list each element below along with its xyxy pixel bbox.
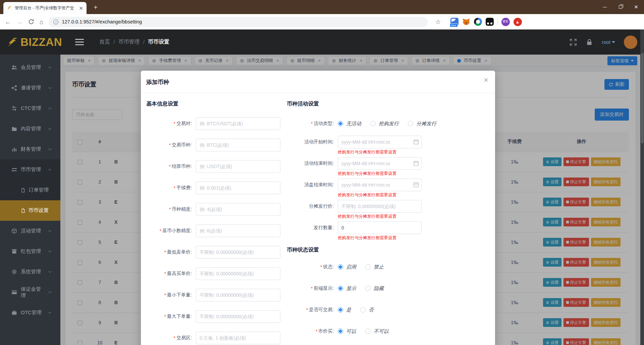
- radio-option[interactable]: 否: [360, 307, 374, 313]
- chevron-down-icon: [612, 41, 615, 43]
- screen: 管理后台 - 币严|全球数字资产交 ✕ + ✕ ← → ⌂ i 127.0.0.…: [0, 0, 644, 345]
- radio-icon: [338, 329, 343, 334]
- text-input[interactable]: [196, 160, 280, 173]
- text-input[interactable]: [196, 246, 280, 259]
- sidebar-item[interactable]: 红包管理: [0, 241, 60, 262]
- text-input[interactable]: [196, 332, 280, 344]
- required-marker: *: [169, 207, 171, 212]
- field-hint: 抢购发行与分摊发行都需要设置: [338, 171, 493, 177]
- field-label: *最低卖单价:: [141, 249, 192, 255]
- sidebar-item[interactable]: CTC管理: [0, 98, 60, 119]
- text-input[interactable]: [196, 139, 280, 151]
- field-label: *币种精度:: [141, 206, 192, 212]
- sidebar-item[interactable]: 保证金管理: [0, 282, 60, 302]
- field-label-text: 最低卖单价:: [167, 249, 192, 255]
- radio-option[interactable]: 可以: [338, 328, 356, 335]
- forward-icon[interactable]: →: [16, 19, 23, 25]
- radio-group: 可以 不可以: [338, 328, 398, 335]
- date-input[interactable]: [338, 179, 422, 191]
- browser-addressbar: ← → ⌂ i 127.0.0.1:9527/#/exchange/bbsett…: [0, 14, 644, 29]
- text-input[interactable]: [196, 224, 280, 237]
- sliders-icon: [11, 167, 17, 172]
- extension-black-icon[interactable]: [486, 18, 494, 26]
- sidebar-item[interactable]: 币币管理: [0, 159, 60, 180]
- radio-option[interactable]: 无活动: [338, 121, 361, 127]
- calendar-icon[interactable]: [413, 139, 419, 145]
- close-window-button[interactable]: ✕: [628, 0, 644, 14]
- back-icon[interactable]: ←: [5, 19, 11, 25]
- user-menu[interactable]: root: [602, 39, 615, 45]
- calendar-icon[interactable]: [413, 160, 419, 166]
- date-input[interactable]: [338, 136, 422, 148]
- sidebar-item[interactable]: 系统管理: [0, 262, 60, 282]
- breadcrumb-item[interactable]: 币币设置: [148, 39, 169, 46]
- date-field-row: 活动开始时间: 抢购发行与分摊发行都需要设置: [287, 134, 493, 156]
- form-field-row: *最高买单价:: [141, 263, 283, 284]
- chevron-icon: [48, 310, 52, 314]
- sidebar-subitem[interactable]: 订单管理: [0, 180, 60, 200]
- radio-option[interactable]: 是: [338, 307, 351, 313]
- text-input[interactable]: [196, 203, 280, 216]
- issue-price-input[interactable]: [338, 200, 422, 213]
- field-label: *最小下单量:: [141, 292, 192, 298]
- profile-avatar[interactable]: 贤军: [501, 18, 510, 26]
- sidebar-item[interactable]: 内容管理: [0, 119, 60, 139]
- field-label-text: 交易币种:: [172, 142, 192, 148]
- sidebar: 会员管理 邀请管理 CTC管理 内容管理 财务管理 币币管理 订单管理 币币设置…: [0, 55, 60, 345]
- modal-close-icon[interactable]: ×: [484, 76, 488, 84]
- minimize-button[interactable]: [597, 0, 612, 14]
- calendar-icon[interactable]: [413, 182, 419, 188]
- date-field-row: 清盘结束时间: 抢购发行与分摊发行都需要设置: [287, 177, 493, 199]
- radio-option[interactable]: 隐藏: [365, 285, 384, 292]
- fullscreen-icon[interactable]: [570, 39, 577, 46]
- bookmark-star-icon[interactable]: ☆: [435, 18, 441, 26]
- sidebar-item[interactable]: OTC管理: [0, 302, 60, 323]
- breadcrumb-item[interactable]: 币币管理: [118, 39, 140, 46]
- chevron-icon: [48, 229, 52, 232]
- radio-option[interactable]: 分摊发行: [408, 121, 436, 127]
- breadcrumb-item[interactable]: 首页: [99, 39, 110, 46]
- new-tab-button[interactable]: +: [91, 3, 100, 12]
- browser-tab-close-icon[interactable]: ✕: [79, 6, 83, 11]
- radio-option[interactable]: 不可以: [365, 328, 389, 335]
- sidebar-item[interactable]: 财务管理: [0, 139, 60, 159]
- site-info-icon[interactable]: i: [53, 19, 58, 24]
- user-avatar[interactable]: [624, 36, 637, 49]
- brand-logo[interactable]: BIZZAN: [7, 36, 70, 49]
- issue-amount-input[interactable]: [338, 221, 422, 234]
- content-area: 提币审核 × 提现审核详情 × 手续费管理 × 充币记录 × 法币交易明细 × …: [60, 55, 644, 345]
- radio-option[interactable]: 启用: [338, 264, 356, 270]
- url-bar[interactable]: i 127.0.0.1:9527/#/exchange/bbsetting: [49, 17, 428, 27]
- radio-option[interactable]: 抢购发行: [370, 121, 399, 127]
- metamask-icon[interactable]: [462, 18, 470, 26]
- home-icon[interactable]: ⌂: [40, 19, 43, 25]
- text-input[interactable]: [196, 310, 280, 323]
- chevron-icon: [48, 127, 52, 130]
- download-icon[interactable]: ▲: [514, 18, 522, 26]
- page-scrollbar[interactable]: [640, 29, 644, 345]
- text-input[interactable]: [196, 117, 280, 130]
- extension-new-icon[interactable]: New: [450, 18, 459, 26]
- activity-section-header: 币种活动设置: [287, 100, 319, 108]
- sidebar-item[interactable]: 会员管理: [0, 57, 60, 78]
- lock-icon[interactable]: [586, 39, 593, 46]
- radio-option[interactable]: 禁止: [365, 264, 384, 270]
- extension-ring-icon[interactable]: [474, 18, 482, 26]
- status-field-row: *市价买: 可以 不可以: [287, 321, 493, 342]
- browser-tab[interactable]: 管理后台 - 币严|全球数字资产交 ✕: [3, 2, 87, 14]
- reload-icon[interactable]: [28, 19, 34, 25]
- text-input[interactable]: [196, 289, 280, 301]
- date-input[interactable]: [338, 157, 422, 170]
- scrollbar-thumb[interactable]: [641, 53, 644, 143]
- radio-option[interactable]: 显示: [338, 285, 356, 292]
- sidebar-subitem[interactable]: 币币设置: [0, 200, 60, 221]
- menu-toggle-icon[interactable]: [75, 39, 84, 45]
- text-input[interactable]: [196, 182, 280, 194]
- sidebar-item[interactable]: 邀请管理: [0, 78, 60, 98]
- text-input[interactable]: [196, 267, 280, 280]
- sidebar-item[interactable]: 活动管理: [0, 221, 60, 241]
- brand-logo-icon: [7, 37, 18, 47]
- field-label-text: 交易对:: [176, 121, 192, 127]
- required-marker: *: [311, 286, 313, 291]
- maximize-button[interactable]: [612, 0, 628, 14]
